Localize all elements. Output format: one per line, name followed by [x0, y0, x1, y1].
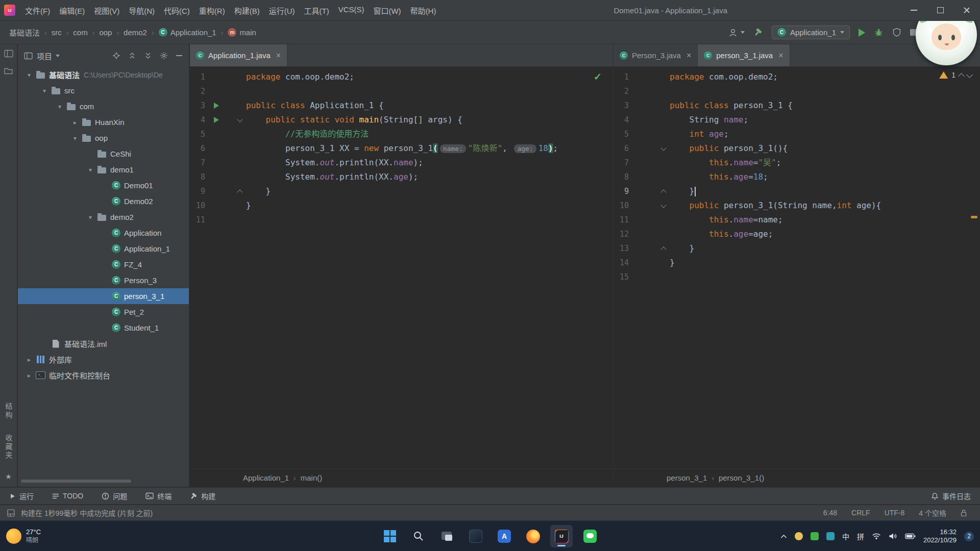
tree-chevron-icon[interactable]: ▾ — [84, 166, 96, 173]
editor-tab[interactable]: Cperson_3_1.java× — [698, 44, 790, 66]
wifi-icon[interactable] — [872, 533, 881, 540]
next-problem-icon[interactable] — [966, 71, 973, 78]
toolwindow-button-run[interactable]: 运行 — [9, 491, 34, 501]
close-tab-icon[interactable]: × — [778, 52, 783, 60]
tree-chevron-icon[interactable]: ▸ — [23, 356, 35, 363]
code-line[interactable]: 3public class Application_1 { — [190, 98, 613, 113]
prev-problem-icon[interactable] — [958, 73, 965, 80]
horizontal-scrollbar[interactable] — [21, 480, 131, 483]
tree-item[interactable]: ▸HuanXin — [18, 114, 189, 130]
tree-item[interactable]: ▾demo2 — [18, 209, 189, 225]
tree-item[interactable]: ▾oop — [18, 130, 189, 146]
tree-item[interactable]: 基础语法.iml — [18, 336, 189, 352]
breadcrumb-item[interactable]: main() — [301, 473, 323, 482]
tree-item[interactable]: CApplication — [18, 225, 189, 241]
code-line[interactable]: 11 — [190, 213, 613, 227]
breadcrumb-item[interactable]: src — [52, 28, 62, 37]
code-line[interactable]: 6 public person_3_1(){ — [614, 141, 980, 156]
teal-app-icon[interactable] — [826, 532, 835, 540]
menu-item[interactable]: 构建(B) — [230, 3, 264, 18]
menu-item[interactable]: 视图(V) — [89, 3, 124, 18]
tree-item[interactable]: ▾demo1 — [18, 162, 189, 178]
close-tab-icon[interactable]: × — [687, 52, 691, 60]
code-line[interactable]: 12 this.age=age; — [614, 227, 980, 241]
taskbar-app-search[interactable] — [407, 525, 430, 547]
collapse-all-button[interactable] — [128, 52, 136, 60]
breadcrumb-item[interactable]: com — [73, 28, 87, 37]
inspection-widget[interactable]: 1 — [939, 71, 972, 79]
build-project-button[interactable] — [753, 28, 763, 37]
indent-style[interactable]: 4 个空格 — [919, 508, 946, 518]
code-line[interactable]: 10} — [190, 198, 613, 213]
code-line[interactable]: 2 — [190, 84, 613, 98]
tree-chevron-icon[interactable]: ▸ — [23, 372, 35, 379]
taskbar-app-orange-browser[interactable] — [522, 525, 544, 547]
toolwindow-button-problems[interactable]: 问题 — [102, 491, 127, 501]
code-line[interactable]: 2 — [614, 84, 980, 98]
code-line[interactable]: 4 String name; — [614, 113, 980, 127]
breadcrumb-item[interactable]: 基础语法 — [9, 27, 40, 38]
user-account-button[interactable] — [728, 28, 745, 37]
yellow-app-icon[interactable] — [795, 532, 803, 540]
tree-item[interactable]: ▸外部库 — [18, 352, 189, 367]
toolwindow-switcher-icon[interactable] — [7, 509, 15, 517]
tree-item[interactable]: ▾基础语法C:\Users\PC\Desktop\De — [18, 67, 189, 83]
fold-icon[interactable] — [660, 246, 666, 252]
notification-badge[interactable]: 2 — [964, 532, 974, 541]
run-button[interactable] — [859, 29, 865, 37]
tree-item[interactable]: CPet_2 — [18, 304, 189, 320]
taskbar-app-blue-app[interactable]: A — [493, 525, 516, 547]
tree-chevron-icon[interactable]: ▾ — [38, 87, 51, 94]
star-icon[interactable]: ★ — [5, 472, 12, 481]
tree-chevron-icon[interactable]: ▾ — [84, 214, 96, 221]
toolwindow-button-todo[interactable]: TODO — [52, 492, 83, 500]
code-line[interactable]: 7 System.out.println(XX.name); — [190, 156, 613, 170]
run-gutter-icon[interactable] — [214, 103, 219, 109]
minimize-button[interactable] — [900, 0, 927, 20]
maximize-button[interactable] — [927, 0, 953, 20]
run-gutter-icon[interactable] — [214, 117, 219, 123]
menu-item[interactable]: 文件(F) — [20, 3, 55, 18]
breadcrumb-item[interactable]: oop — [99, 28, 112, 37]
debug-button[interactable] — [874, 28, 884, 37]
tree-item[interactable]: CStudent_1 — [18, 320, 189, 336]
tree-item[interactable]: CApplication_1 — [18, 241, 189, 257]
menu-item[interactable]: 导航(N) — [124, 3, 159, 18]
tree-item[interactable]: Cperson_3_1 — [18, 288, 189, 304]
taskbar-app-intellij[interactable]: IJ — [550, 525, 573, 547]
breadcrumb-item[interactable]: person_3_1() — [719, 473, 764, 482]
structure-toolwindow-button[interactable]: 结构 — [4, 403, 14, 420]
code-line[interactable]: 10 public person_3_1(String name,int age… — [614, 198, 980, 213]
menu-item[interactable]: 编辑(E) — [55, 3, 89, 18]
favorites-toolwindow-button[interactable]: 收藏夹 — [4, 434, 14, 460]
menu-item[interactable]: 工具(T) — [299, 3, 333, 18]
taskbar-app-start[interactable] — [379, 525, 401, 547]
breadcrumb-item[interactable]: demo2 — [124, 28, 147, 37]
editor-tab[interactable]: CApplication_1.java× — [190, 44, 287, 66]
settings-gear-icon[interactable] — [160, 52, 168, 60]
menu-item[interactable]: VCS(S) — [334, 3, 369, 18]
menu-item[interactable]: 窗口(W) — [369, 3, 405, 18]
code-line[interactable]: 9 } — [614, 184, 980, 198]
battery-icon[interactable] — [905, 533, 916, 539]
code-line[interactable]: 8 System.out.println(XX.age); — [190, 170, 613, 184]
tree-chevron-icon[interactable]: ▾ — [54, 103, 66, 110]
taskbar-app-dark-app[interactable] — [464, 525, 487, 547]
code-line[interactable]: 7 this.name="吴"; — [614, 156, 980, 170]
close-tab-icon[interactable]: × — [276, 52, 281, 60]
code-line[interactable]: 5 //无参构造的使用方法 — [190, 127, 613, 141]
taskbar-app-green-chat[interactable] — [579, 525, 601, 547]
run-configuration-select[interactable]: C Application_1 — [772, 26, 850, 39]
toolwindow-button-event-log[interactable]: 事件日志 — [931, 491, 971, 501]
commit-toolwindow-button[interactable] — [4, 67, 13, 77]
menu-item[interactable]: 运行(U) — [264, 3, 300, 18]
code-line[interactable]: 5 int age; — [614, 127, 980, 141]
code-line[interactable]: 1package com.oop.demo2; — [190, 70, 613, 84]
code-line[interactable]: 9 } — [190, 184, 613, 198]
code-line[interactable]: 8 this.age=18; — [614, 170, 980, 184]
ime-lang[interactable]: 中 — [842, 531, 849, 541]
menu-item[interactable]: 重构(R) — [194, 3, 230, 18]
code-area-right[interactable]: 1package com.oop.demo2;23public class pe… — [614, 67, 980, 468]
tree-item[interactable]: ▸›_临时文件和控制台 — [18, 367, 189, 383]
code-line[interactable]: 15 — [614, 270, 980, 284]
